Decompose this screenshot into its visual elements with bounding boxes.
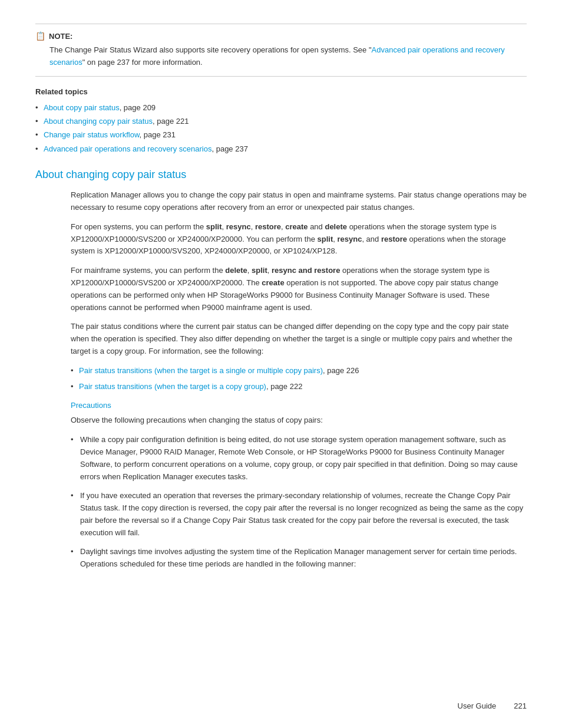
- list-item: If you have executed an operation that r…: [71, 490, 527, 539]
- transition-link-1[interactable]: Pair status transitions (when the target…: [79, 366, 323, 375]
- list-item: While a copy pair configuration definiti…: [71, 434, 527, 483]
- list-item: Change pair status workflow, page 231: [35, 128, 527, 141]
- related-topics-list: About copy pair status, page 209 About c…: [35, 101, 527, 156]
- list-item: Pair status transitions (when the target…: [71, 365, 527, 377]
- footer-page: 221: [514, 701, 527, 710]
- note-body-text1: The Change Pair Status Wizard also suppo…: [49, 45, 372, 54]
- related-suffix-4: , page 237: [211, 144, 247, 153]
- transition-link-2[interactable]: Pair status transitions (when the target…: [79, 382, 266, 391]
- para3-sep1: ,: [247, 266, 252, 275]
- para2-bold3: restore: [255, 222, 281, 231]
- para3-bold2: split: [252, 266, 267, 275]
- para3-text1: For mainframe systems, you can perform t…: [71, 266, 225, 275]
- para-1: Replication Manager allows you to change…: [71, 189, 527, 214]
- related-link-3[interactable]: Change pair status workflow: [44, 130, 140, 139]
- para-2: For open systems, you can perform the sp…: [71, 221, 527, 258]
- note-icon: 📋: [35, 31, 45, 41]
- transition-suffix-1: , page 226: [323, 366, 359, 375]
- note-body-text2: " on page 237 for more information.: [82, 58, 203, 67]
- list-item: Advanced pair operations and recovery sc…: [35, 142, 527, 156]
- note-header: 📋 NOTE:: [35, 31, 527, 41]
- para2-bold4: create: [285, 222, 308, 231]
- para2-sep1: ,: [222, 222, 226, 231]
- para3-bold3: resync and restore: [272, 266, 340, 275]
- list-item: About changing copy pair status, page 22…: [35, 114, 527, 128]
- transition-links-list: Pair status transitions (when the target…: [71, 365, 527, 393]
- para3-sep2: ,: [267, 266, 272, 275]
- related-suffix-2: , page 221: [153, 117, 189, 126]
- para2-bold1: split: [206, 222, 222, 231]
- para2-bold5: delete: [325, 222, 347, 231]
- para2-sep5: , and: [362, 235, 381, 243]
- para3-bold1: delete: [225, 266, 247, 275]
- related-link-2[interactable]: About changing copy pair status: [44, 117, 153, 126]
- section-body: Replication Manager allows you to change…: [35, 189, 527, 571]
- para-3: For mainframe systems, you can perform t…: [71, 265, 527, 314]
- related-suffix-1: , page 209: [120, 103, 156, 112]
- para2-bold7: resync: [337, 235, 362, 243]
- transition-suffix-2: , page 222: [266, 382, 302, 391]
- footer: User Guide 221: [458, 701, 527, 710]
- related-link-1[interactable]: About copy pair status: [44, 103, 120, 112]
- related-link-4[interactable]: Advanced pair operations and recovery sc…: [44, 144, 211, 153]
- related-topics: Related topics About copy pair status, p…: [35, 87, 527, 156]
- note-box: 📋 NOTE: The Change Pair Status Wizard al…: [35, 24, 527, 77]
- note-body: The Change Pair Status Wizard also suppo…: [35, 44, 527, 69]
- para2-bold6: split: [317, 235, 333, 243]
- precautions-intro: Observe the following precautions when c…: [71, 414, 527, 427]
- para2-bold2: resync: [226, 222, 251, 231]
- related-suffix-3: , page 231: [140, 130, 176, 139]
- list-item: Pair status transitions (when the target…: [71, 381, 527, 393]
- para2-text1: For open systems, you can perform the: [71, 222, 206, 231]
- list-item: About copy pair status, page 209: [35, 101, 527, 114]
- para2-mid: and: [308, 222, 325, 231]
- section-heading: About changing copy pair status: [35, 169, 527, 181]
- para3-bold4: create: [262, 278, 284, 287]
- para2-sep2: ,: [251, 222, 255, 231]
- related-topics-title: Related topics: [35, 87, 527, 96]
- precautions-list: While a copy pair configuration definiti…: [71, 434, 527, 571]
- precautions-heading: Precautions: [71, 401, 527, 410]
- footer-label: User Guide: [458, 701, 497, 710]
- precautions-section: Precautions Observe the following precau…: [71, 401, 527, 571]
- list-item: Daylight savings time involves adjusting…: [71, 546, 527, 571]
- para-4: The pair status conditions where the cur…: [71, 321, 527, 357]
- para2-bold8: restore: [381, 235, 407, 243]
- note-label: NOTE:: [49, 32, 72, 41]
